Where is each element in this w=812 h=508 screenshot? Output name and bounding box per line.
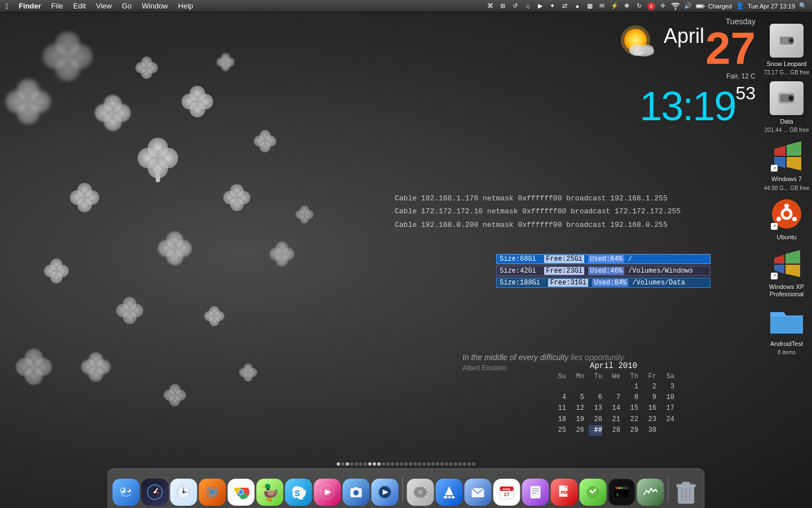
bluetooth-icon[interactable]: ✦ xyxy=(548,2,557,11)
search-menubar-icon[interactable]: 🔍 xyxy=(798,2,807,11)
cal-row-2: 4 5 6 7 8 9 10 xyxy=(553,392,674,403)
badge-9[interactable]: 9 xyxy=(647,2,655,10)
svg-point-128 xyxy=(355,491,358,494)
svg-point-153 xyxy=(621,487,623,489)
refresh-icon[interactable]: ↻ xyxy=(635,2,644,11)
scroll-dot-10[interactable] xyxy=(377,462,381,466)
apple-menu[interactable]:  xyxy=(0,2,14,11)
scroll-dot-29[interactable] xyxy=(463,462,466,466)
dock-trash[interactable] xyxy=(673,479,700,506)
record-icon[interactable]: ● xyxy=(573,2,582,11)
desktop-scroll-indicators[interactable] xyxy=(0,462,812,466)
wifi-icon[interactable] xyxy=(671,2,680,11)
disk-row-windows: Size:42Gi Free:23Gi Used:46% /Volumes/Wi… xyxy=(496,266,710,276)
svg-text:$ _: $ _ xyxy=(616,493,624,497)
grid-icon[interactable]: ⊞ xyxy=(498,2,508,11)
script-icon[interactable]: ⌘ xyxy=(486,2,495,11)
dock-mail[interactable] xyxy=(465,479,492,506)
scroll-dot-7[interactable] xyxy=(364,462,367,466)
plus-icon[interactable]: ✛ xyxy=(659,2,668,11)
menubar-go[interactable]: Go xyxy=(117,0,136,12)
scroll-dot-25[interactable] xyxy=(445,462,448,466)
battery-label[interactable]: Charged xyxy=(708,3,732,10)
drive-snow-leopard[interactable]: Snow Leopard 73.17 G... GB free xyxy=(764,23,809,76)
scroll-dot-4[interactable] xyxy=(350,462,354,466)
scroll-dot-31[interactable] xyxy=(472,462,475,466)
drive-data[interactable]: Data 201.44 ... GB free xyxy=(765,80,809,133)
scroll-dot-2[interactable] xyxy=(341,462,345,466)
dock-safari[interactable] xyxy=(170,479,197,506)
scroll-dot-5[interactable] xyxy=(355,462,358,466)
scroll-dot-22[interactable] xyxy=(431,462,435,466)
music-icon[interactable]: ♫ xyxy=(523,2,532,11)
activity-icon[interactable]: ⚡ xyxy=(610,2,619,11)
scroll-dot-16[interactable] xyxy=(404,462,408,466)
drive-android-test[interactable]: AndroidTest 8 items xyxy=(769,303,805,356)
scroll-dot-11[interactable] xyxy=(382,462,385,466)
menubar-finder[interactable]: Finder xyxy=(14,0,46,12)
dock-terminal[interactable]: $ _ xyxy=(608,479,636,506)
scroll-dot-23[interactable] xyxy=(436,462,439,466)
drive-winxp[interactable]: ↗ Windows XP Professional xyxy=(769,246,805,298)
svg-rect-99 xyxy=(780,102,784,103)
dock-itunes[interactable] xyxy=(314,479,341,506)
dock-iphoto[interactable] xyxy=(343,479,370,506)
scroll-dot-13[interactable] xyxy=(391,462,394,466)
scroll-dot-3[interactable] xyxy=(346,462,349,466)
display-icon[interactable]: ▦ xyxy=(585,2,594,11)
scroll-dot-9[interactable] xyxy=(373,462,376,466)
ubuntu-label: Ubuntu xyxy=(776,234,796,241)
svg-point-72 xyxy=(135,62,147,73)
drive-ubuntu[interactable]: ↗ Ubuntu xyxy=(769,196,805,241)
menubar-help[interactable]: Help xyxy=(174,0,198,12)
scroll-dot-30[interactable] xyxy=(467,462,471,466)
scroll-dot-19[interactable] xyxy=(418,462,421,466)
dock-sysprefs[interactable] xyxy=(407,479,434,506)
scroll-dot-12[interactable] xyxy=(386,462,390,466)
menubar-file[interactable]: File xyxy=(47,0,68,12)
menubar-window[interactable]: Window xyxy=(138,0,173,12)
svg-rect-84 xyxy=(696,5,703,7)
user-icon[interactable]: 👤 xyxy=(735,2,744,11)
scroll-dot-15[interactable] xyxy=(400,462,403,466)
menubar-view[interactable]: View xyxy=(91,0,116,12)
menubar-edit[interactable]: Edit xyxy=(69,0,90,12)
scroll-dot-20[interactable] xyxy=(422,462,426,466)
scroll-dot-8[interactable] xyxy=(368,462,372,466)
paw-icon[interactable]: ❋ xyxy=(623,2,632,11)
cal-su: Su xyxy=(553,373,566,380)
volume-icon[interactable]: 🔊 xyxy=(683,2,692,11)
scroll-dot-6[interactable] xyxy=(359,462,363,466)
dock-dashboard[interactable] xyxy=(142,479,169,506)
svg-text:S: S xyxy=(295,489,300,498)
dock-acrobat[interactable]: PDF xyxy=(551,479,578,506)
scroll-dot-27[interactable] xyxy=(454,462,457,466)
terminal-icon[interactable]: ▶ xyxy=(536,2,545,11)
scroll-dot-18[interactable] xyxy=(413,462,417,466)
dock-appstore[interactable] xyxy=(436,479,463,506)
scroll-dot-26[interactable] xyxy=(449,462,453,466)
dock-adium[interactable]: 🦆 xyxy=(257,479,284,506)
svg-point-60 xyxy=(16,358,34,376)
dock-activity-monitor[interactable] xyxy=(637,479,664,506)
dock-chrome[interactable] xyxy=(228,479,255,506)
transfer-icon[interactable]: ⇄ xyxy=(561,2,570,11)
scroll-dot-1[interactable] xyxy=(337,462,340,466)
scroll-dot-24[interactable] xyxy=(440,462,444,466)
scroll-dot-28[interactable] xyxy=(458,462,462,466)
mail-icon[interactable]: ✉ xyxy=(598,2,607,11)
dock-quicktime[interactable] xyxy=(372,479,399,506)
dock-finder[interactable] xyxy=(113,479,140,506)
sync-icon[interactable]: ↺ xyxy=(511,2,520,11)
dock-preview[interactable] xyxy=(522,479,549,506)
scroll-dot-17[interactable] xyxy=(409,462,412,466)
dock-ical[interactable]: APRIL27 xyxy=(493,479,520,506)
scroll-dot-21[interactable] xyxy=(427,462,430,466)
svg-point-3 xyxy=(138,148,158,168)
battery-icon[interactable] xyxy=(696,2,705,11)
dock-skype[interactable]: S xyxy=(285,479,312,506)
dock-utility1[interactable] xyxy=(580,479,607,506)
dock-firefox[interactable] xyxy=(199,479,226,506)
drive-windows7[interactable]: ↗ Windows 7 44.98 G... GB free xyxy=(764,138,809,191)
scroll-dot-14[interactable] xyxy=(395,462,399,466)
